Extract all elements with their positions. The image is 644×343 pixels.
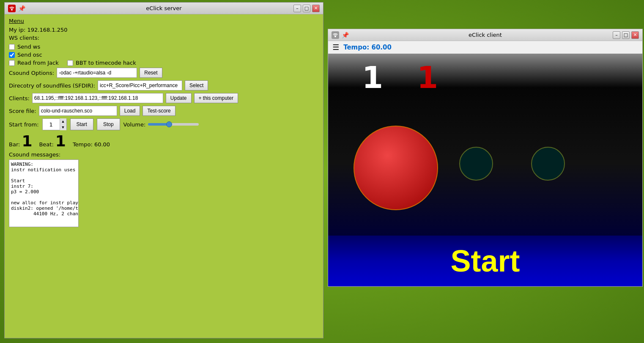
beat-section: Beat: 1 [39,134,66,149]
select-button[interactable]: Select [185,80,208,91]
csound-log-container: WARNING: instr notification uses 5 p-fie… [9,159,319,228]
svg-point-0 [11,9,13,11]
update-button[interactable]: Update [166,93,192,103]
client-tempo-display: Tempo: 60.00 [343,44,392,51]
score-label: Score file: [9,108,36,114]
volume-slider[interactable] [148,123,199,126]
minimize-button[interactable]: – [293,5,301,12]
load-button[interactable]: Load [120,106,140,116]
server-window: 📌 eClick server – □ ✕ Menu My ip: 192.16… [4,2,323,338]
client-content: ☰ Tempo: 60.00 1 1 Start [328,41,642,286]
bar-section: Bar: 1 [9,134,32,149]
client-wifi-icon [332,31,339,39]
start-from-spinbox[interactable]: 1 ▲ ▼ [42,118,67,130]
bar-value: 1 [22,134,32,149]
ip-value: 192.168.1.250 [27,27,67,33]
pin-icon: 📌 [18,5,25,12]
svg-point-1 [334,36,336,37]
send-ws-label: Send ws [17,44,40,50]
sfdir-row: Direcotry of soundfiles (SFDIR): Select [9,80,319,91]
start-section: Start [328,236,642,286]
start-button[interactable]: Start [70,118,93,130]
tempo-section: Tempo: 60.00 [73,141,110,148]
wifi-icon [8,5,16,12]
bar-label: Bar: [9,141,20,148]
maximize-button[interactable]: □ [303,5,310,12]
client-title: eClick client [469,32,502,38]
csound-options-label: Csound Options: [9,70,54,76]
beat-numbers: 1 1 [328,62,642,93]
volume-row: Volume: [123,121,199,128]
score-row: Score file: Load Test-score [9,106,319,116]
server-titlebar: 📌 eClick server – □ ✕ [5,3,323,14]
client-close-button[interactable]: ✕ [631,31,639,39]
reset-button[interactable]: Reset [140,68,162,78]
bbt-label: BBT to timecode hack [76,60,136,66]
tempo-label: Tempo: [73,141,93,148]
csound-options-input[interactable] [57,68,137,78]
csound-options-row: Csound Options: Reset [9,68,319,78]
spin-up-button[interactable]: ▲ [60,118,66,124]
titlebar-left: 📌 [8,5,25,12]
beat-label: Beat: [39,141,53,148]
bar-beat-row: Bar: 1 Beat: 1 Tempo: 60.00 [9,134,319,149]
circle-small-2 [531,147,565,181]
send-ws-row: Send ws [9,44,319,50]
score-input[interactable] [39,106,117,116]
circle-small-1 [459,147,493,181]
read-jack-checkbox[interactable] [9,60,15,66]
send-ws-checkbox[interactable] [9,44,15,50]
ip-label: My ip: [9,27,25,33]
server-content: Menu My ip: 192.168.1.250 WS clients: Se… [5,14,323,338]
titlebar-controls: – □ ✕ [293,5,320,12]
add-computer-button[interactable]: + this computer [194,93,238,103]
menu-item[interactable]: Menu [9,18,24,24]
tempo-value: 60.00 [94,141,110,148]
ws-clients-label: WS clients: [9,35,39,41]
clients-row: Clients: Update + this computer [9,93,319,103]
client-pin-icon: 📌 [342,32,349,38]
csound-messages-label: Csound messages: [9,151,319,158]
send-osc-label: Send osc [17,52,42,58]
start-from-row: Start from: 1 ▲ ▼ Start Stop Volume: [9,118,319,130]
start-text: Start [450,244,520,278]
csound-log[interactable]: WARNING: instr notification uses 5 p-fie… [9,159,79,227]
server-title: eClick server [146,5,181,11]
client-titlebar-left: 📌 [332,31,349,39]
client-minimize-button[interactable]: – [613,31,620,39]
volume-label: Volume: [123,121,146,128]
client-header: ☰ Tempo: 60.00 [328,41,642,54]
beat-red: 1 [417,62,438,93]
start-from-label: Start from: [9,121,39,128]
ws-clients-row: WS clients: [9,35,319,41]
ip-row: My ip: 192.168.1.250 [9,27,319,33]
stop-button[interactable]: Stop [97,118,120,130]
bbt-checkbox[interactable] [67,60,73,66]
read-jack-row: Read from Jack BBT to timecode hack [9,60,319,66]
clients-input[interactable] [32,93,163,103]
read-jack-label: Read from Jack [17,60,59,66]
menu-bar: Menu [9,18,319,24]
sfdir-input[interactable] [98,80,182,91]
spinbox-arrows: ▲ ▼ [60,118,66,130]
beat-value: 1 [55,134,66,149]
client-maximize-button[interactable]: □ [622,31,630,39]
client-main: 1 1 Start [328,54,642,286]
spin-down-button[interactable]: ▼ [60,124,66,130]
test-score-button[interactable]: Test-score [143,106,175,116]
hamburger-icon[interactable]: ☰ [332,43,339,52]
client-titlebar-controls: – □ ✕ [613,31,639,39]
client-titlebar: 📌 eClick client – □ ✕ [328,29,642,41]
sfdir-label: Direcotry of soundfiles (SFDIR): [9,82,95,89]
start-from-value: 1 [43,121,60,129]
clients-label: Clients: [9,95,30,102]
send-osc-checkbox[interactable] [9,52,15,58]
beat-white: 1 [362,62,383,93]
circles-area: 1 1 [328,54,642,236]
client-window: 📌 eClick client – □ ✕ ☰ Tempo: 60.00 1 1 [328,29,643,287]
close-button[interactable]: ✕ [312,5,320,12]
send-osc-row: Send osc [9,52,319,58]
circle-large-red [354,126,438,210]
